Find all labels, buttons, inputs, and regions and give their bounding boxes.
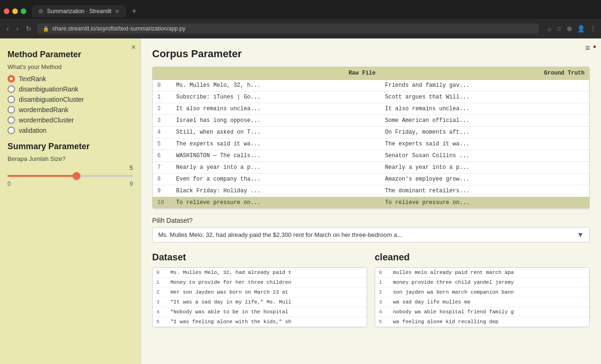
cleaned-row: 1 money provide three child yandel jerem…: [375, 278, 589, 288]
corpus-row-raw: To relieve pressure on...: [171, 197, 380, 209]
corpus-row-raw: Even for a company tha...: [171, 174, 380, 185]
pilih-dropdown[interactable]: Ms. Mulles Melo, 32, had already paid th…: [152, 227, 590, 243]
corpus-row-raw: Israel has long oppose...: [171, 115, 380, 127]
active-tab[interactable]: Summarization · Streamlit ✕: [32, 5, 126, 17]
dataset-row-text: "Nobody was able to be in the hospital: [167, 307, 367, 317]
corpus-row[interactable]: 9 Black Friday: Holiday ... The dominant…: [153, 185, 589, 197]
dataset-row: 1 Money to provide for her three childre…: [153, 278, 367, 288]
profile-icon[interactable]: 👤: [577, 25, 585, 32]
minimize-traffic-light[interactable]: [12, 8, 18, 14]
radio-textrank-label: TextRank: [19, 75, 46, 83]
radio-wordembedcluster-label: wordembedCluster: [19, 116, 74, 124]
close-traffic-light[interactable]: [4, 8, 9, 14]
radio-wordembedcluster-circle: [8, 116, 15, 124]
dataset-row-idx: 2: [153, 288, 167, 297]
corpus-row-raw: Black Friday: Holiday ...: [171, 185, 380, 197]
cleaned-row-idx: 5: [375, 317, 389, 327]
cleaned-row-idx: 4: [375, 307, 389, 317]
radio-textrank[interactable]: TextRank: [8, 75, 133, 83]
back-button[interactable]: ‹: [5, 25, 11, 32]
corpus-row[interactable]: 6 WASHINGTON — The calls... Senator Susa…: [153, 150, 589, 162]
cleaned-row-idx: 2: [375, 288, 389, 297]
dataset-row-text: "It was a sad day in my life," Ms. Mull: [167, 297, 367, 307]
dataset-table: 0 Ms. Mulles Melo, 32, had already paid …: [153, 268, 367, 327]
dataset-row-idx: 0: [153, 268, 167, 278]
radio-disambiguationrank[interactable]: disambiguationRank: [8, 85, 133, 93]
traffic-lights: [4, 8, 26, 14]
url-bar[interactable]: 🔒 share.streamlit.io/asyrofist/text-summ…: [37, 23, 539, 34]
cleaned-row-text: nobody wa able hospital friend family g: [389, 307, 589, 317]
fullscreen-traffic-light[interactable]: [21, 8, 26, 14]
slider-thumb[interactable]: [73, 172, 80, 180]
cleaned-col: cleaned 0 mulles melo already paid rent …: [375, 252, 590, 327]
menu-icon[interactable]: ⋮: [590, 25, 596, 32]
dataset-title: Dataset: [152, 252, 367, 263]
dataset-col: Dataset 0 Ms. Mulles Melo, 32, had alrea…: [152, 252, 367, 327]
corpus-row[interactable]: 10 To relieve pressure on... To relieve …: [153, 197, 589, 209]
reload-button[interactable]: ↻: [24, 25, 33, 32]
top-right-icons: ≡ ●: [585, 43, 596, 53]
corpus-table-body: 0 Ms. Mulles Melo, 32, h... Friends and …: [153, 80, 589, 209]
radio-validation[interactable]: validation: [8, 127, 133, 134]
bookmark-icon[interactable]: ☆: [556, 25, 562, 32]
hamburger-icon[interactable]: ≡: [585, 43, 590, 53]
corpus-row-idx: 8: [153, 174, 171, 185]
corpus-row[interactable]: 8 Even for a company tha... Amazon's emp…: [153, 174, 589, 185]
cleaned-row: 3 wa sad day life mulles me: [375, 297, 589, 307]
cleaned-row-idx: 0: [375, 268, 389, 278]
sidebar: × Method Parameter What's your Method Te…: [0, 38, 141, 364]
radio-validation-label: validation: [19, 127, 46, 134]
corpus-row-raw: Subscribe: iTunes | Go...: [171, 91, 380, 103]
dataset-table-body: 0 Ms. Mulles Melo, 32, had already paid …: [153, 268, 367, 327]
corpus-row[interactable]: 7 Nearly a year into a p... Nearly a yea…: [153, 162, 589, 174]
forward-button[interactable]: ›: [15, 25, 21, 32]
radio-wordembedrank-circle: [8, 106, 15, 114]
corpus-row[interactable]: 1 Subscribe: iTunes | Go... Scott argues…: [153, 91, 589, 103]
search-icon[interactable]: ⌕: [547, 25, 551, 32]
dataset-row: 0 Ms. Mulles Melo, 32, had already paid …: [153, 268, 367, 278]
slider-value-display: 5: [8, 164, 133, 171]
radio-wordembedrank[interactable]: wordembedRank: [8, 106, 133, 114]
corpus-row-idx: 9: [153, 185, 171, 197]
corpus-row-raw: The experts said it wa...: [171, 138, 380, 150]
cleaned-row: 4 nobody wa able hospital friend family …: [375, 307, 589, 317]
corpus-row-truth: Senator Susan Collins ...: [380, 150, 589, 162]
status-dot: ●: [593, 43, 596, 53]
radio-disambiguationcluster[interactable]: disambiguationCluster: [8, 96, 133, 103]
corpus-parameter-title: Corpus Parameter: [152, 48, 590, 60]
cleaned-row-idx: 1: [375, 278, 389, 288]
corpus-row[interactable]: 0 Ms. Mulles Melo, 32, h... Friends and …: [153, 80, 589, 91]
tab-favicon: [39, 9, 43, 14]
extension-icon[interactable]: ⊕: [567, 25, 572, 32]
corpus-row-truth: Amazon's employee grow...: [380, 174, 589, 185]
corpus-row-raw: WASHINGTON — The calls...: [171, 150, 380, 162]
corpus-row-truth: The dominant retailers...: [380, 185, 589, 197]
corpus-row[interactable]: 4 Still, when asked on T... On Friday, m…: [153, 127, 589, 138]
summary-section: Summary Parameter Berapa Jumlah Size? 5 …: [8, 142, 133, 187]
cleaned-row-text: money provide three child yandel jeremy: [389, 278, 589, 288]
lock-icon: 🔒: [43, 26, 49, 32]
slider-range: 0 9: [8, 181, 133, 187]
corpus-row[interactable]: 3 Israel has long oppose... Some America…: [153, 115, 589, 127]
cleaned-row-idx: 3: [375, 297, 389, 307]
method-radio-group: TextRank disambiguationRank disambiguati…: [8, 75, 133, 134]
corpus-row-idx: 3: [153, 115, 171, 127]
corpus-row-truth: Scott argues that Will...: [380, 91, 589, 103]
radio-wordembedcluster[interactable]: wordembedCluster: [8, 116, 133, 124]
new-tab-button[interactable]: +: [128, 7, 140, 16]
dataset-row: 3 "It was a sad day in my life," Ms. Mul…: [153, 297, 367, 307]
sidebar-close-button[interactable]: ×: [131, 43, 136, 52]
corpus-table-container: Raw File Ground Truth 0 Ms. Mulles Melo,…: [152, 67, 590, 209]
corpus-table-header: Raw File Ground Truth: [153, 67, 589, 80]
corpus-row-truth: Some American official...: [380, 115, 589, 127]
tab-close-button[interactable]: ✕: [115, 8, 119, 15]
summary-parameter-title: Summary Parameter: [8, 142, 133, 152]
col-raw-file: Raw File: [171, 67, 380, 80]
dataset-row: 5 "I was feeling alone with the kids," s…: [153, 317, 367, 327]
corpus-row-raw: Ms. Mulles Melo, 32, h...: [171, 80, 380, 91]
corpus-row[interactable]: 2 It also remains unclea... It also rema…: [153, 103, 589, 115]
slider-max: 9: [130, 181, 133, 187]
corpus-row[interactable]: 5 The experts said it wa... The experts …: [153, 138, 589, 150]
corpus-table: Raw File Ground Truth 0 Ms. Mulles Melo,…: [153, 67, 589, 209]
slider-fill: [8, 175, 77, 177]
